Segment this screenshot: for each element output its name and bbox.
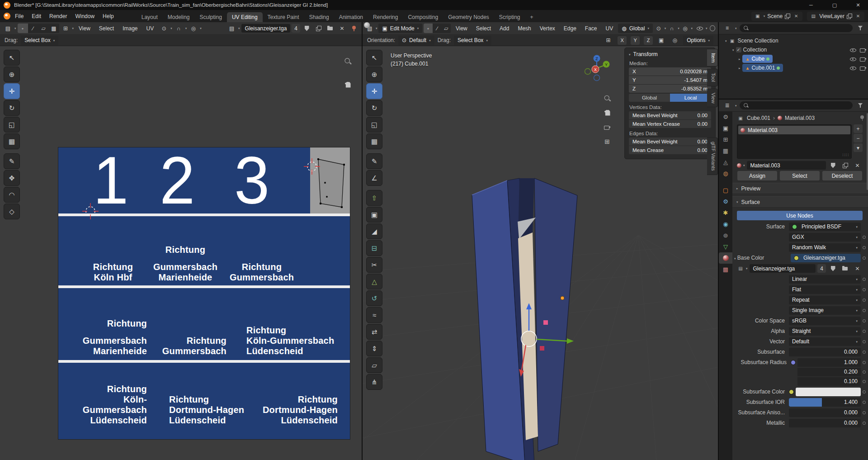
projection-select[interactable]: Flat▾ — [789, 285, 861, 294]
hide-icon[interactable] — [850, 65, 856, 71]
vp-menu-mesh[interactable]: Mesh — [514, 23, 534, 34]
vector-select[interactable]: Default▾ — [789, 337, 861, 346]
plane-handle[interactable] — [543, 320, 548, 325]
pin-icon[interactable] — [860, 115, 864, 121]
vp-menu-face[interactable]: Face — [581, 23, 601, 34]
image-name-field[interactable]: Gleisanzeiger.tga — [241, 24, 291, 33]
tab-tool[interactable]: Tool — [707, 69, 718, 86]
editor-type-icon[interactable]: ▤ — [3, 24, 13, 33]
workspace-tab-compositing[interactable]: Compositing — [403, 12, 443, 22]
correct-face-icon[interactable]: ◎ — [670, 36, 680, 45]
median-x-field[interactable]: X0.020028 m — [629, 67, 711, 76]
filter-icon[interactable] — [855, 101, 866, 110]
subsurface-color-swatch[interactable] — [796, 388, 861, 396]
unlink-scene-icon[interactable]: ✕ — [793, 13, 800, 20]
tab-modifiers[interactable]: ⚙ — [719, 196, 732, 207]
uv-select-face-icon[interactable]: ▱ — [38, 24, 49, 33]
material-name-field[interactable]: Material.003 — [747, 161, 826, 170]
filter-icon[interactable] — [855, 24, 866, 33]
tab-object[interactable]: ▢ — [719, 185, 732, 196]
uv-menu-view[interactable]: View — [75, 23, 94, 34]
subsurface-aniso-slider[interactable]: 0.000 — [789, 408, 861, 417]
material-slot[interactable]: Material.003 — [738, 126, 850, 134]
edge-select-icon[interactable]: ∕ — [433, 24, 442, 33]
proportional-editing-icon[interactable]: ◎ — [681, 24, 690, 33]
menu-help[interactable]: Help — [99, 10, 118, 22]
workspace-tab-scripting[interactable]: Scripting — [494, 12, 525, 22]
assign-button[interactable]: Assign — [737, 171, 777, 180]
outliner-search-input[interactable] — [740, 24, 853, 32]
sss-method-select[interactable]: Random Walk▾ — [789, 243, 861, 252]
tab-view-layer[interactable]: ▦ — [719, 145, 732, 156]
fake-user-icon[interactable] — [828, 161, 838, 170]
spin-tool[interactable]: ↺ — [366, 290, 382, 306]
tweak-tool[interactable]: ↖ — [366, 50, 382, 66]
tab-tool[interactable]: ⚙ — [719, 111, 732, 123]
tab-particles[interactable]: ✱ — [719, 207, 732, 218]
selected-object-highlight[interactable]: ▲ Cube.001 — [742, 64, 783, 72]
new-material-icon[interactable] — [840, 161, 850, 170]
transform-panel-header[interactable]: ▾ Transform — [629, 51, 711, 57]
options-dropdown[interactable]: Options▾ — [683, 36, 713, 45]
resize-grip[interactable]: ∷∷ — [842, 152, 849, 157]
navigation-gizmo[interactable]: Z Y X — [582, 53, 611, 82]
tab-world[interactable]: ◍ — [719, 168, 732, 179]
scale-tool[interactable]: ◱ — [366, 117, 382, 133]
zoom-icon[interactable] — [342, 55, 354, 67]
mesh-right-panel[interactable] — [534, 178, 577, 451]
tab-constraints[interactable]: ⊚ — [719, 230, 732, 241]
maximize-button[interactable]: ▢ — [825, 0, 844, 10]
image-browse-icon[interactable]: ▤ — [226, 24, 237, 33]
pinch-tool[interactable]: ◇ — [4, 204, 20, 219]
rotate-tool[interactable]: ↻ — [366, 100, 382, 116]
cursor-tool[interactable]: ⊕ — [4, 66, 20, 82]
tab-gltf-variants[interactable]: glTF Variants — [707, 138, 718, 175]
extrude-tool[interactable]: ⇧ — [366, 190, 382, 206]
vp-drag-select[interactable]: Select Box▾ — [454, 36, 491, 45]
pivot-point-icon[interactable]: ⊙ — [654, 24, 663, 33]
plane-handle[interactable] — [540, 346, 544, 351]
workspace-tab-sculpting[interactable]: Sculpting — [195, 12, 227, 22]
local-toggle[interactable]: Local — [670, 94, 711, 102]
snapping-magnet-icon[interactable]: ∩ — [667, 24, 676, 33]
source-select[interactable]: Single Image▾ — [789, 306, 861, 315]
global-toggle[interactable]: Global — [629, 94, 670, 102]
uv-menu-uv[interactable]: UV — [143, 23, 158, 34]
camera-view-icon[interactable] — [601, 121, 613, 133]
sticky-selection-icon[interactable]: ⊞ — [61, 24, 71, 33]
outliner-row-cube[interactable]: ▸ ▲ Cube — [719, 54, 868, 63]
tab-render[interactable]: ▣ — [719, 123, 732, 134]
inset-tool[interactable]: ▣ — [366, 207, 382, 223]
base-color-link[interactable]: Gleisanzeiger.tga — [791, 254, 861, 262]
uv-menu-image[interactable]: Image — [119, 23, 141, 34]
shrink-fatten-tool[interactable]: ⇕ — [366, 341, 382, 356]
new-scene-icon[interactable] — [785, 14, 790, 19]
mirror-x-button[interactable]: X — [618, 36, 627, 45]
tweak-tool[interactable]: ↖ — [4, 50, 20, 66]
annotate-tool[interactable]: ✎ — [4, 153, 20, 169]
alpha-select[interactable]: Straight▾ — [789, 327, 861, 336]
bevel-tool[interactable]: ◢ — [366, 223, 382, 239]
slot-specials-button[interactable]: ▾ — [854, 143, 863, 152]
face-select-icon[interactable]: ▱ — [442, 24, 451, 33]
snap-toggle-icon[interactable]: ▣ — [656, 36, 666, 45]
ortho-toggle-icon[interactable]: ⊞ — [601, 136, 613, 147]
radius-slider-1[interactable]: 1.000 — [797, 358, 861, 367]
rotate-tool[interactable]: ↻ — [4, 100, 20, 116]
uv-canvas[interactable]: ↖ ⊕ ✛ ↻ ◱ ▦ ✎ ✥ ◠ ◇ 1 2 3 Richtung Kö — [0, 45, 362, 460]
hide-icon[interactable] — [850, 47, 856, 52]
tab-object-data[interactable]: ▽ — [719, 241, 732, 252]
vertex-select-icon[interactable]: ◦ — [424, 24, 433, 33]
vp-menu-uv[interactable]: UV — [602, 23, 617, 34]
pan-hand-icon[interactable] — [342, 79, 354, 90]
image-users-count[interactable]: 4 — [817, 264, 826, 273]
move-tool[interactable]: ✛ — [4, 83, 20, 99]
new-viewlayer-icon[interactable] — [847, 14, 852, 19]
workspace-tab-shading[interactable]: Shading — [304, 12, 334, 22]
mode-select[interactable]: ▣ Edit Mode▾ — [378, 24, 422, 33]
measure-tool[interactable]: ∠ — [366, 170, 382, 186]
annotate-tool[interactable]: ✎ — [366, 153, 382, 169]
disclosure-icon[interactable]: ▸ — [739, 66, 741, 70]
show-overlays-icon[interactable] — [695, 24, 704, 33]
mean-crease-field[interactable]: Mean Crease0.00 — [629, 146, 711, 154]
